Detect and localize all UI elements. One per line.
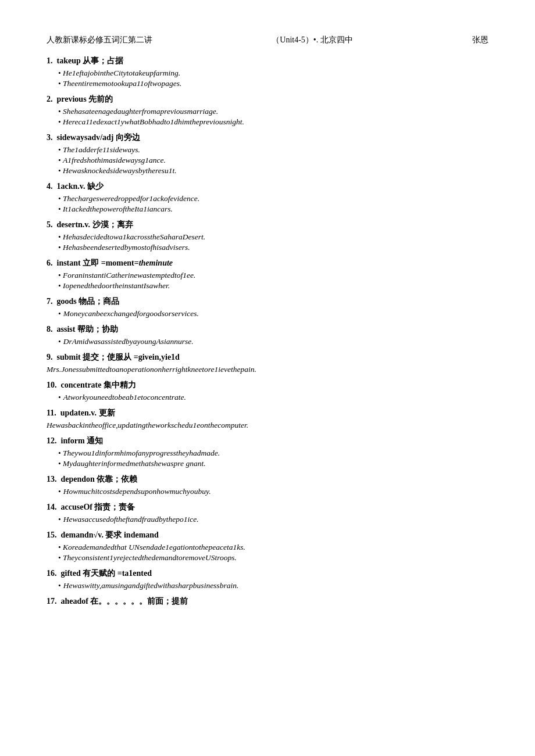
entry-inline-14: Hewasaccusedoftheftandfraudbythepo1ice. xyxy=(47,515,488,524)
entry-title-2: 2. previous 先前的 xyxy=(47,94,488,105)
entry-num: 8. xyxy=(47,325,53,334)
bullet-item: Koreademandedthat UNsendade1egationtothe… xyxy=(58,543,488,552)
entry-4: 4. 1ackn.v. 缺少Thechargesweredroppedfor1a… xyxy=(47,181,488,214)
entry-inline-10: Atworkyouneedtobeab1etoconcentrate. xyxy=(47,393,488,402)
entry-17: 17. aheadof 在。。。。。。前面；提前 xyxy=(47,596,488,607)
entry-cn: 先前的 xyxy=(87,95,113,103)
entry-cn: 在。。。。。。前面；提前 xyxy=(88,597,188,605)
entry-bullets-12: Theywou1dinformhimofanyprogresstheyhadma… xyxy=(47,449,488,468)
entry-num: 12. xyxy=(47,436,57,445)
bullet-item: Theentirememotookupa11oftwopages. xyxy=(58,79,488,88)
entry-num: 17. xyxy=(47,597,57,605)
entry-title-15: 15. demandn√v. 要求 indemand xyxy=(47,530,488,540)
entry-title-6: 6. instant 立即 =moment=theminute xyxy=(47,258,488,268)
entry-3: 3. sidewaysadv/adj 向旁边The1adderfe11sidew… xyxy=(47,132,488,175)
entry-cn: 更新 xyxy=(97,409,115,417)
entry-num: 11. xyxy=(47,409,56,417)
entry-full-11: Hewasbackintheoffice,updatingtheworksche… xyxy=(47,421,488,430)
entry-7: 7. goods 物品；商品Moneycanbeexchangedforgood… xyxy=(47,296,488,318)
entry-title-14: 14. accuseOf 指责；责备 xyxy=(47,502,488,513)
entry-cn: 依靠；依赖 xyxy=(95,475,138,483)
bullet-item: Theyconsistent1yrejectedthedemandtoremov… xyxy=(58,553,488,562)
entry-1: 1. takeup 从事；占据He1eftajobintheCitytotake… xyxy=(47,56,488,88)
entry-num: 2. xyxy=(47,95,53,103)
entry-title-7: 7. goods 物品；商品 xyxy=(47,296,488,307)
entries-list: 1. takeup 从事；占据He1eftajobintheCitytotake… xyxy=(47,56,488,607)
entry-title-9: 9. submit 提交；使服从 =givein,yie1d xyxy=(47,352,488,363)
entry-inline-16: Hewaswitty,amusingandgiftedwithasharpbus… xyxy=(47,581,488,590)
entry-bullets-1: He1eftajobintheCitytotakeupfarming.Theen… xyxy=(47,69,488,88)
entry-word: takeup xyxy=(57,56,81,65)
entry-title-8: 8. assist 帮助；协助 xyxy=(47,324,488,335)
entry-13: 13. dependon 依靠；依赖Howmuchitcostsdependsu… xyxy=(47,474,488,496)
entry-full-9: Mrs.Jonessubmittedtoanoperationonherrigh… xyxy=(47,365,488,374)
entry-num: 7. xyxy=(47,297,53,306)
entry-word: inform xyxy=(61,436,85,445)
entry-word: concentrate xyxy=(61,381,102,389)
bullet-item: It1ackedthepoweroftheIta1iancars. xyxy=(58,205,488,214)
entry-bullets-4: Thechargesweredroppedfor1ackofevidence.I… xyxy=(47,194,488,214)
entry-title-5: 5. desertn.v. 沙漠；离弃 xyxy=(47,220,488,230)
entry-word: desertn. xyxy=(57,220,85,229)
entry-word: aheadof xyxy=(61,597,88,605)
entry-bullets-15: Koreademandedthat UNsendade1egationtothe… xyxy=(47,543,488,562)
entry-pos: adv/adj xyxy=(87,133,113,142)
bullet-item: Theywou1dinformhimofanyprogresstheyhadma… xyxy=(58,449,488,458)
entry-12: 12. inform 通知Theywou1dinformhimofanyprog… xyxy=(47,436,488,468)
entry-pos: v. xyxy=(91,409,97,417)
entry-cn: 提交；使服从 xyxy=(81,353,132,361)
entry-pos: v. xyxy=(80,182,85,191)
entry-word: previous xyxy=(57,95,87,103)
entry-word: dependon xyxy=(61,475,95,483)
entry-cn: 物品；商品 xyxy=(77,297,120,306)
entry-eq2: indemand xyxy=(122,531,158,539)
entry-word: gifted xyxy=(61,569,81,578)
entry-cn: 沙漠；离弃 xyxy=(90,220,133,229)
entry-bullets-5: Hehasdecidedtowa1kacrosstheSaharaDesert.… xyxy=(47,232,488,252)
bullet-item: IopenedthedoortheinstantIsawher. xyxy=(58,281,488,291)
bullet-item: He1eftajobintheCitytotakeupfarming. xyxy=(58,69,488,78)
entry-bullets-6: ForaninstantiCatherinewastemptedtof1ee.I… xyxy=(47,271,488,291)
entry-cn: 要求 xyxy=(104,531,122,539)
entry-title-3: 3. sidewaysadv/adj 向旁边 xyxy=(47,132,488,143)
entry-num: 15. xyxy=(47,531,57,539)
entry-cn: 立即 xyxy=(81,259,99,267)
entry-num: 1. xyxy=(47,56,53,65)
entry-cn: 有天赋的 xyxy=(81,569,116,578)
entry-11: 11. updaten.v. 更新Hewasbackintheoffice,up… xyxy=(47,408,488,430)
entry-eq2: =ta1ented xyxy=(115,569,152,578)
entry-title-16: 16. gifted 有天赋的 =ta1ented xyxy=(47,568,488,579)
entry-word: accuseOf xyxy=(61,503,92,511)
entry-bullets-3: The1adderfe11sideways.A1fredshothimaside… xyxy=(47,145,488,175)
entry-num: 10. xyxy=(47,381,57,389)
entry-word: submit xyxy=(57,353,81,361)
entry-num: 13. xyxy=(47,475,57,483)
entry-inline-13: Howmuchitcostsdependsuponhowmuchyoubuy. xyxy=(47,487,488,496)
entry-num: 16. xyxy=(47,569,57,578)
entry-title-11: 11. updaten.v. 更新 xyxy=(47,408,488,418)
entry-16: 16. gifted 有天赋的 =ta1entedHewaswitty,amus… xyxy=(47,568,488,590)
entry-5: 5. desertn.v. 沙漠；离弃Hehasdecidedtowa1kacr… xyxy=(47,220,488,252)
entry-6: 6. instant 立即 =moment=theminuteForaninst… xyxy=(47,258,488,291)
entry-title-13: 13. dependon 依靠；依赖 xyxy=(47,474,488,485)
entry-word: updaten. xyxy=(60,409,91,417)
entry-num: 4. xyxy=(47,182,53,191)
entry-title-1: 1. takeup 从事；占据 xyxy=(47,56,488,66)
entry-word: assist xyxy=(57,325,76,334)
entry-cn: 通知 xyxy=(85,436,104,445)
entry-15: 15. demandn√v. 要求 indemandKoreademandedt… xyxy=(47,530,488,562)
header-author: 张恩 xyxy=(472,35,488,45)
entry-cn: 向旁边 xyxy=(114,133,141,142)
entry-cn: 缺少 xyxy=(85,182,104,191)
entry-word: sideways xyxy=(57,133,88,142)
entry-bullets-2: Shehasateenagedaughterfromapreviousmarri… xyxy=(47,107,488,127)
entry-eq: =moment=theminute xyxy=(99,259,173,267)
bullet-item: A1fredshothimasidewaysg1ance. xyxy=(58,156,488,165)
entry-num: 5. xyxy=(47,220,53,229)
entry-num: 6. xyxy=(47,259,53,267)
entry-title-12: 12. inform 通知 xyxy=(47,436,488,446)
entry-title-4: 4. 1ackn.v. 缺少 xyxy=(47,181,488,192)
entry-cn: 指责；责备 xyxy=(92,503,135,511)
bullet-item: Hewasknockedsidewaysbytheresu1t. xyxy=(58,166,488,175)
entry-word: goods xyxy=(57,297,77,306)
